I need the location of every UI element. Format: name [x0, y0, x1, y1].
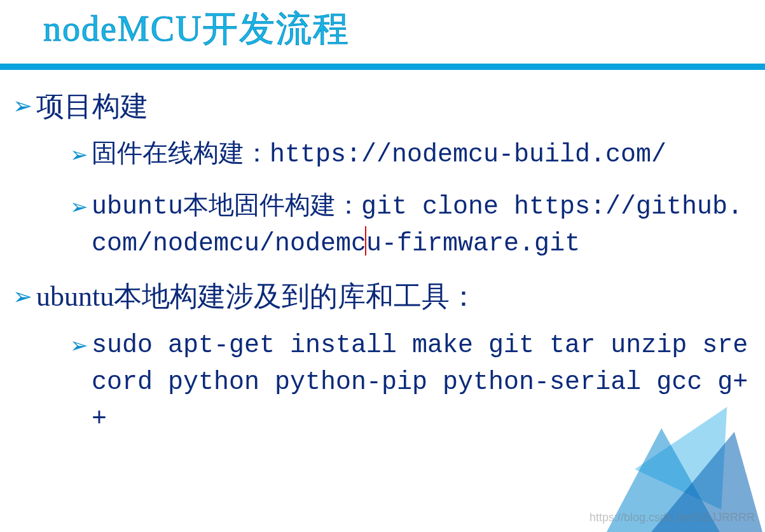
- chevron-right-icon: ➢: [70, 191, 88, 222]
- bullet-level2: ➢ sudo apt-get install make git tar unzi…: [70, 327, 752, 438]
- bullet-level2: ➢ 固件在线构建：https://nodemcu-build.com/: [70, 137, 752, 174]
- text-after-cursor: u-firmware.git: [366, 229, 580, 258]
- bullet-text: ubuntu本地构建涉及到的库和工具：: [36, 278, 752, 315]
- slide-title: nodeMCU开发流程: [0, 0, 765, 58]
- bullet-level1: ➢ ubuntu本地构建涉及到的库和工具：: [13, 278, 752, 315]
- chevron-right-icon: ➢: [70, 139, 88, 170]
- chevron-right-icon: ➢: [13, 281, 32, 313]
- bullet-level1: ➢ 项目构建: [13, 88, 752, 125]
- bullet-text: 项目构建: [36, 88, 752, 125]
- bullet-level2: ➢ ubuntu本地固件构建：git clone https://github.…: [70, 189, 752, 263]
- title-divider: [0, 64, 765, 70]
- chevron-right-icon: ➢: [70, 330, 88, 361]
- bullet-text: ubuntu本地固件构建：git clone https://github.co…: [92, 189, 752, 263]
- slide-content: ➢ 项目构建 ➢ 固件在线构建：https://nodemcu-build.co…: [0, 70, 765, 438]
- chevron-right-icon: ➢: [13, 90, 32, 122]
- bullet-text: 固件在线构建：https://nodemcu-build.com/: [92, 137, 752, 174]
- watermark: https://blog.csdn.net/SSJJRRRR: [589, 511, 755, 524]
- bullet-text: sudo apt-get install make git tar unzip …: [92, 327, 752, 438]
